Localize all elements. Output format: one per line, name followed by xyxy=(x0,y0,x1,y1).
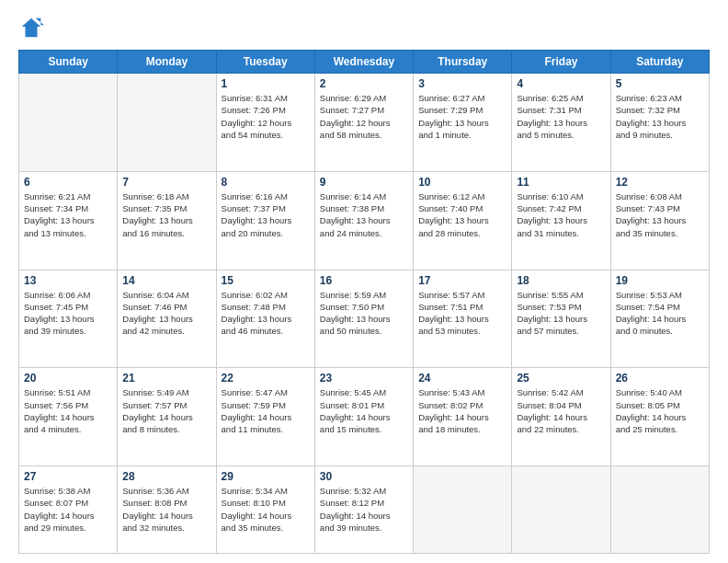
day-number: 30 xyxy=(320,470,408,483)
day-detail: Sunrise: 6:02 AMSunset: 7:48 PMDaylight:… xyxy=(222,289,310,338)
day-number: 9 xyxy=(320,176,408,189)
day-detail: Sunrise: 6:21 AMSunset: 7:34 PMDaylight:… xyxy=(24,190,112,239)
day-detail: Sunrise: 6:27 AMSunset: 7:29 PMDaylight:… xyxy=(418,92,506,141)
calendar-table: SundayMondayTuesdayWednesdayThursdayFrid… xyxy=(18,50,710,554)
week-row-3: 20Sunrise: 5:51 AMSunset: 7:56 PMDayligh… xyxy=(19,368,710,466)
calendar-cell: 29Sunrise: 5:34 AMSunset: 8:10 PMDayligh… xyxy=(216,466,314,554)
calendar-cell: 14Sunrise: 6:04 AMSunset: 7:46 PMDayligh… xyxy=(118,270,216,368)
day-detail: Sunrise: 5:36 AMSunset: 8:08 PMDaylight:… xyxy=(122,485,210,534)
calendar-cell: 11Sunrise: 6:10 AMSunset: 7:42 PMDayligh… xyxy=(512,171,610,270)
weekday-header-row: SundayMondayTuesdayWednesdayThursdayFrid… xyxy=(19,51,710,74)
calendar-cell: 16Sunrise: 5:59 AMSunset: 7:50 PMDayligh… xyxy=(314,270,413,368)
day-number: 10 xyxy=(418,176,506,189)
calendar-cell: 7Sunrise: 6:18 AMSunset: 7:35 PMDaylight… xyxy=(118,171,216,270)
week-row-2: 13Sunrise: 6:06 AMSunset: 7:45 PMDayligh… xyxy=(19,270,710,368)
day-detail: Sunrise: 5:45 AMSunset: 8:01 PMDaylight:… xyxy=(320,386,408,435)
day-detail: Sunrise: 6:04 AMSunset: 7:46 PMDaylight:… xyxy=(122,289,210,338)
day-number: 1 xyxy=(222,77,310,90)
calendar-cell: 12Sunrise: 6:08 AMSunset: 7:43 PMDayligh… xyxy=(610,171,709,270)
day-detail: Sunrise: 6:12 AMSunset: 7:40 PMDaylight:… xyxy=(418,190,506,239)
day-detail: Sunrise: 6:08 AMSunset: 7:43 PMDaylight:… xyxy=(616,190,704,239)
day-number: 6 xyxy=(24,176,112,189)
page: SundayMondayTuesdayWednesdayThursdayFrid… xyxy=(0,0,728,563)
calendar-cell: 3Sunrise: 6:27 AMSunset: 7:29 PMDaylight… xyxy=(414,74,512,172)
day-detail: Sunrise: 5:51 AMSunset: 7:56 PMDaylight:… xyxy=(24,386,112,435)
calendar-cell: 24Sunrise: 5:43 AMSunset: 8:02 PMDayligh… xyxy=(414,368,512,466)
day-number: 18 xyxy=(517,274,605,287)
weekday-sunday: Sunday xyxy=(19,51,118,74)
day-detail: Sunrise: 5:47 AMSunset: 7:59 PMDaylight:… xyxy=(222,386,310,435)
weekday-thursday: Thursday xyxy=(414,51,512,74)
calendar-cell: 4Sunrise: 6:25 AMSunset: 7:31 PMDaylight… xyxy=(512,74,610,172)
day-detail: Sunrise: 5:49 AMSunset: 7:57 PMDaylight:… xyxy=(122,386,210,435)
calendar-cell: 23Sunrise: 5:45 AMSunset: 8:01 PMDayligh… xyxy=(314,368,413,466)
calendar-cell: 5Sunrise: 6:23 AMSunset: 7:32 PMDaylight… xyxy=(610,74,709,172)
calendar-cell: 2Sunrise: 6:29 AMSunset: 7:27 PMDaylight… xyxy=(314,74,413,172)
calendar-cell: 27Sunrise: 5:38 AMSunset: 8:07 PMDayligh… xyxy=(19,466,118,554)
day-detail: Sunrise: 6:29 AMSunset: 7:27 PMDaylight:… xyxy=(320,92,408,141)
day-detail: Sunrise: 5:34 AMSunset: 8:10 PMDaylight:… xyxy=(222,485,310,534)
calendar-cell: 19Sunrise: 5:53 AMSunset: 7:54 PMDayligh… xyxy=(610,270,709,368)
day-number: 15 xyxy=(222,274,310,287)
calendar-cell: 21Sunrise: 5:49 AMSunset: 7:57 PMDayligh… xyxy=(118,368,216,466)
day-detail: Sunrise: 6:06 AMSunset: 7:45 PMDaylight:… xyxy=(24,289,112,338)
calendar-cell: 30Sunrise: 5:32 AMSunset: 8:12 PMDayligh… xyxy=(314,466,413,554)
day-number: 13 xyxy=(24,274,112,287)
calendar-cell: 20Sunrise: 5:51 AMSunset: 7:56 PMDayligh… xyxy=(19,368,118,466)
calendar-cell xyxy=(414,466,512,554)
day-detail: Sunrise: 5:43 AMSunset: 8:02 PMDaylight:… xyxy=(418,386,506,435)
calendar-cell: 18Sunrise: 5:55 AMSunset: 7:53 PMDayligh… xyxy=(512,270,610,368)
calendar-cell: 13Sunrise: 6:06 AMSunset: 7:45 PMDayligh… xyxy=(19,270,118,368)
logo-icon xyxy=(18,15,44,40)
calendar-cell: 15Sunrise: 6:02 AMSunset: 7:48 PMDayligh… xyxy=(216,270,314,368)
day-number: 5 xyxy=(616,77,704,90)
day-number: 29 xyxy=(222,470,310,483)
day-number: 2 xyxy=(320,77,408,90)
logo xyxy=(18,15,48,40)
calendar-cell xyxy=(610,466,709,554)
day-number: 16 xyxy=(320,274,408,287)
day-detail: Sunrise: 5:32 AMSunset: 8:12 PMDaylight:… xyxy=(320,485,408,534)
day-detail: Sunrise: 5:38 AMSunset: 8:07 PMDaylight:… xyxy=(24,485,112,534)
day-number: 4 xyxy=(517,77,605,90)
day-number: 11 xyxy=(517,176,605,189)
calendar-cell: 6Sunrise: 6:21 AMSunset: 7:34 PMDaylight… xyxy=(19,171,118,270)
day-number: 21 xyxy=(122,372,210,385)
day-number: 12 xyxy=(616,176,704,189)
day-number: 8 xyxy=(222,176,310,189)
day-number: 26 xyxy=(616,372,704,385)
day-number: 3 xyxy=(418,77,506,90)
day-detail: Sunrise: 5:57 AMSunset: 7:51 PMDaylight:… xyxy=(418,289,506,338)
day-number: 20 xyxy=(24,372,112,385)
day-detail: Sunrise: 5:59 AMSunset: 7:50 PMDaylight:… xyxy=(320,289,408,338)
calendar-cell xyxy=(19,74,118,172)
day-detail: Sunrise: 6:31 AMSunset: 7:26 PMDaylight:… xyxy=(222,92,310,141)
week-row-0: 1Sunrise: 6:31 AMSunset: 7:26 PMDaylight… xyxy=(19,74,710,172)
calendar-cell: 17Sunrise: 5:57 AMSunset: 7:51 PMDayligh… xyxy=(414,270,512,368)
weekday-friday: Friday xyxy=(512,51,610,74)
day-number: 23 xyxy=(320,372,408,385)
weekday-saturday: Saturday xyxy=(610,51,709,74)
day-number: 25 xyxy=(517,372,605,385)
calendar-cell: 10Sunrise: 6:12 AMSunset: 7:40 PMDayligh… xyxy=(414,171,512,270)
day-detail: Sunrise: 5:53 AMSunset: 7:54 PMDaylight:… xyxy=(616,289,704,338)
day-detail: Sunrise: 6:10 AMSunset: 7:42 PMDaylight:… xyxy=(517,190,605,239)
week-row-4: 27Sunrise: 5:38 AMSunset: 8:07 PMDayligh… xyxy=(19,466,710,554)
calendar-cell: 9Sunrise: 6:14 AMSunset: 7:38 PMDaylight… xyxy=(314,171,413,270)
calendar-cell: 22Sunrise: 5:47 AMSunset: 7:59 PMDayligh… xyxy=(216,368,314,466)
day-number: 22 xyxy=(222,372,310,385)
day-number: 19 xyxy=(616,274,704,287)
calendar-cell: 26Sunrise: 5:40 AMSunset: 8:05 PMDayligh… xyxy=(610,368,709,466)
day-number: 27 xyxy=(24,470,112,483)
day-detail: Sunrise: 6:16 AMSunset: 7:37 PMDaylight:… xyxy=(222,190,310,239)
day-number: 28 xyxy=(122,470,210,483)
day-detail: Sunrise: 5:55 AMSunset: 7:53 PMDaylight:… xyxy=(517,289,605,338)
day-detail: Sunrise: 6:18 AMSunset: 7:35 PMDaylight:… xyxy=(122,190,210,239)
weekday-monday: Monday xyxy=(118,51,216,74)
calendar-cell: 25Sunrise: 5:42 AMSunset: 8:04 PMDayligh… xyxy=(512,368,610,466)
day-number: 14 xyxy=(122,274,210,287)
day-number: 17 xyxy=(418,274,506,287)
day-detail: Sunrise: 5:40 AMSunset: 8:05 PMDaylight:… xyxy=(616,386,704,435)
day-detail: Sunrise: 6:25 AMSunset: 7:31 PMDaylight:… xyxy=(517,92,605,141)
weekday-wednesday: Wednesday xyxy=(314,51,413,74)
